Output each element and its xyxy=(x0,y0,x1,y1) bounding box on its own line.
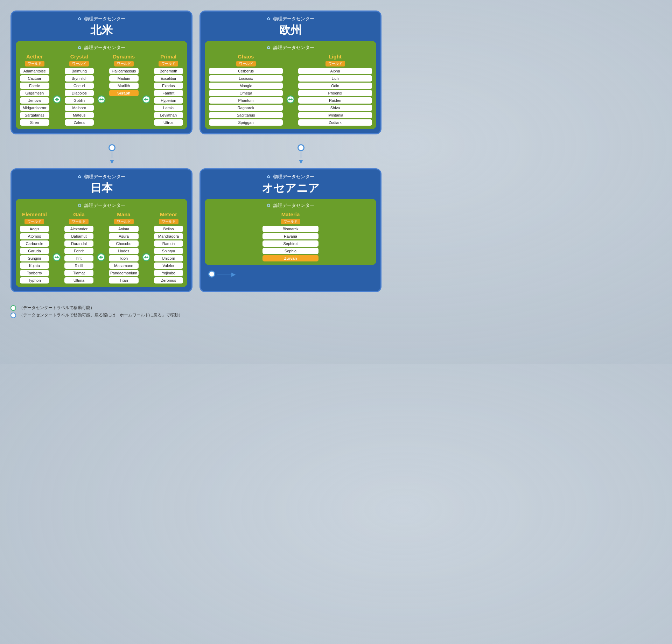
world-belias[interactable]: Belias xyxy=(154,226,183,232)
eu-connector-line xyxy=(301,151,301,158)
world-mandragora[interactable]: Mandragora xyxy=(154,233,183,239)
world-ramuh[interactable]: Ramuh xyxy=(154,240,183,247)
world-leviathan[interactable]: Leviathan xyxy=(154,112,183,118)
world-mateus[interactable]: Mateus xyxy=(65,112,94,118)
world-famfrit[interactable]: Famfrit xyxy=(154,90,183,96)
world-omega[interactable]: Omega xyxy=(209,90,283,96)
world-balmung[interactable]: Balmung xyxy=(65,68,94,74)
world-atomos[interactable]: Atomos xyxy=(20,233,49,239)
arrows-gaia-mana xyxy=(96,211,106,284)
world-zeromus[interactable]: Zeromus xyxy=(154,277,183,284)
world-carbuncle[interactable]: Carbuncle xyxy=(20,240,49,247)
world-fenrir[interactable]: Fenrir xyxy=(64,248,93,254)
logic-dc-oc: ✿ 論理データセンター Materia ワールド Bismarck Ravana… xyxy=(205,199,376,265)
world-odin[interactable]: Odin xyxy=(298,83,372,89)
world-valefor[interactable]: Valefor xyxy=(154,262,183,269)
world-jenova[interactable]: Jenova xyxy=(20,97,49,104)
world-seraph[interactable]: Seraph xyxy=(109,90,139,96)
world-asura[interactable]: Asura xyxy=(109,233,139,239)
world-goblin[interactable]: Goblin xyxy=(65,97,94,104)
world-unicorn[interactable]: Unicorn xyxy=(154,255,183,261)
world-lamia[interactable]: Lamia xyxy=(154,105,183,111)
world-phantom[interactable]: Phantom xyxy=(209,97,283,104)
world-tonberry[interactable]: Tonberry xyxy=(20,270,49,276)
world-shiva[interactable]: Shiva xyxy=(298,105,372,111)
world-raiden[interactable]: Raiden xyxy=(298,97,372,104)
world-cerberus[interactable]: Cerberus xyxy=(209,68,283,74)
world-ravana[interactable]: Ravana xyxy=(262,233,318,239)
dc-col-meteor: Meteor ワールド Belias Mandragora Ramuh Shin… xyxy=(154,211,183,284)
world-spriggan[interactable]: Spriggan xyxy=(209,119,283,126)
world-ultima[interactable]: Ultima xyxy=(64,277,93,284)
world-alpha[interactable]: Alpha xyxy=(298,68,372,74)
snowflake-na: ✿ xyxy=(78,16,82,21)
world-ixion[interactable]: Ixion xyxy=(109,255,139,261)
world-zurvan[interactable]: Zurvan xyxy=(262,255,318,261)
phys-dc-eu: ✿ 物理データセンター 欧州 ✿ 論理データセンター Chaos ワールド Ce… xyxy=(200,10,382,134)
world-tiamat[interactable]: Tiamat xyxy=(64,270,93,276)
arrows-crystal-dynamis xyxy=(97,54,106,126)
logic-dc-na: ✿ 論理データセンター Aether ワールド Adamantoise Cact… xyxy=(16,41,187,129)
world-bahamut[interactable]: Bahamut xyxy=(64,233,93,239)
world-chocobo[interactable]: Chocobo xyxy=(109,240,139,247)
world-behemoth[interactable]: Behemoth xyxy=(154,68,183,74)
world-cactuar[interactable]: Cactuar xyxy=(20,75,49,82)
world-halicarnassus[interactable]: Halicarnassus xyxy=(109,68,139,74)
world-moogle[interactable]: Moogle xyxy=(209,83,283,89)
down-arrow-na: ▼ xyxy=(109,158,115,166)
world-zalera[interactable]: Zalera xyxy=(65,119,94,126)
world-ultros[interactable]: Ultros xyxy=(154,119,183,126)
world-excalibur[interactable]: Excalibur xyxy=(154,75,183,82)
world-ifrit[interactable]: Ifrit xyxy=(64,255,93,261)
world-adamantoise[interactable]: Adamantoise xyxy=(20,68,49,74)
world-twintania[interactable]: Twintania xyxy=(298,112,372,118)
phys-dc-eu-title: 欧州 xyxy=(205,23,376,38)
world-kujata[interactable]: Kujata xyxy=(20,262,49,269)
world-gungnir[interactable]: Gungnir xyxy=(20,255,49,261)
world-marilith[interactable]: Marilith xyxy=(109,83,139,89)
world-anima[interactable]: Anima xyxy=(109,226,139,232)
world-alexander[interactable]: Alexander xyxy=(64,226,93,232)
world-diabolos[interactable]: Diabolos xyxy=(65,90,94,96)
world-lich[interactable]: Lich xyxy=(298,75,372,82)
phys-dc-jp: ✿ 物理データセンター 日本 ✿ 論理データセンター Elemental ワール… xyxy=(10,168,192,292)
world-yojimbo[interactable]: Yojimbo xyxy=(154,270,183,276)
world-sephirot[interactable]: Sephirot xyxy=(262,240,318,247)
world-faerie[interactable]: Faerie xyxy=(20,83,49,89)
na-jp-connector: ▼ xyxy=(108,144,115,166)
world-sophia[interactable]: Sophia xyxy=(262,248,318,254)
world-titan[interactable]: Titan xyxy=(109,277,139,284)
down-arrow-eu: ▼ xyxy=(298,158,304,166)
world-garuda[interactable]: Garuda xyxy=(20,248,49,254)
world-typhon[interactable]: Typhon xyxy=(20,277,49,284)
world-sargatanas[interactable]: Sargatanas xyxy=(20,112,49,118)
world-phoenix[interactable]: Phoenix xyxy=(298,90,372,96)
world-ridill[interactable]: Ridill xyxy=(64,262,93,269)
chaos-title: Chaos xyxy=(238,54,254,59)
world-durandal[interactable]: Durandal xyxy=(64,240,93,247)
world-ragnarok[interactable]: Ragnarok xyxy=(209,105,283,111)
logic-dc-jp: ✿ 論理データセンター Elemental ワールド Aegis Atomos … xyxy=(16,199,187,287)
world-gilgamesh[interactable]: Gilgamesh xyxy=(20,90,49,96)
world-siren[interactable]: Siren xyxy=(20,119,49,126)
world-aegis[interactable]: Aegis xyxy=(20,226,49,232)
world-midgardsormr[interactable]: Midgardsormr xyxy=(20,105,49,111)
green-arrows-svg-1 xyxy=(52,95,62,104)
world-brynhildr[interactable]: Brynhildr xyxy=(65,75,94,82)
world-masamune[interactable]: Masamune xyxy=(109,262,139,269)
world-pandaemonium[interactable]: Pandaemonium xyxy=(109,270,139,276)
world-bismarck[interactable]: Bismarck xyxy=(262,226,318,232)
world-malboro[interactable]: Malboro xyxy=(65,105,94,111)
world-coeurl[interactable]: Coeurl xyxy=(65,83,94,89)
dc-col-aether: Aether ワールド Adamantoise Cactuar Faerie G… xyxy=(20,54,49,126)
world-hyperion[interactable]: Hyperion xyxy=(154,97,183,104)
right-arrow-jp-oc: ▶ xyxy=(231,271,236,278)
world-louisoix[interactable]: Louisoix xyxy=(209,75,283,82)
world-shinryu[interactable]: Shinryu xyxy=(154,248,183,254)
world-sagittarius[interactable]: Sagittarius xyxy=(209,112,283,118)
world-maduin[interactable]: Maduin xyxy=(109,75,139,82)
world-hades[interactable]: Hades xyxy=(109,248,139,254)
world-exodus[interactable]: Exodus xyxy=(154,83,183,89)
world-zodiark[interactable]: Zodiark xyxy=(298,119,372,126)
dynamis-worlds: Halicarnassus Maduin Marilith Seraph xyxy=(109,68,139,96)
